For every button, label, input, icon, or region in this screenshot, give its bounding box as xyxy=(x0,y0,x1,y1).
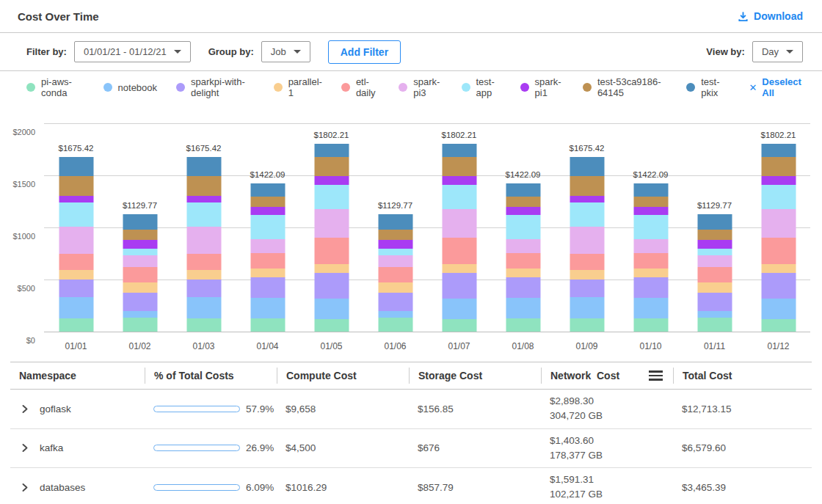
bar-segment-spark-pi3[interactable] xyxy=(506,239,540,253)
bar-segment-parallel-1[interactable] xyxy=(186,270,221,280)
bar-segment-test-53ca9186-64145[interactable] xyxy=(314,157,349,176)
bar-segment-test-pkix[interactable] xyxy=(697,214,732,230)
bar-segment-notebook[interactable] xyxy=(697,311,732,318)
namespace-cell[interactable]: goflask xyxy=(10,398,145,420)
bar-segment-parallel-1[interactable] xyxy=(123,282,157,293)
bar-segment-etl-daily[interactable] xyxy=(633,253,668,269)
bar-segment-sparkpi-with-delight[interactable] xyxy=(250,277,285,298)
bar-segment-test-pkix[interactable] xyxy=(250,183,285,197)
bar-segment-test-pkix[interactable] xyxy=(314,144,349,157)
bar-segment-spark-pi3[interactable] xyxy=(314,209,349,237)
bar-segment-etl-daily[interactable] xyxy=(378,267,412,282)
bar-segment-parallel-1[interactable] xyxy=(378,282,412,293)
stacked-bar-01-08[interactable] xyxy=(506,183,540,332)
legend-item[interactable]: etl-daily xyxy=(341,76,379,98)
bar-segment-parallel-1[interactable] xyxy=(250,269,285,277)
col-header-namespace[interactable]: Namespace xyxy=(10,368,145,384)
expand-row-icon[interactable] xyxy=(19,442,31,454)
bar-segment-test-53ca9186-64145[interactable] xyxy=(697,230,732,240)
table-row-kafka[interactable]: kafka26.9%$4,500$676$1,403.60178,377 GB$… xyxy=(10,429,812,469)
col-header-pct[interactable]: % of Total Costs xyxy=(145,368,277,384)
bar-segment-parallel-1[interactable] xyxy=(506,269,540,277)
bar-segment-etl-daily[interactable] xyxy=(123,267,157,282)
namespace-cell[interactable]: databases xyxy=(10,477,145,498)
bar-segment-test-pkix[interactable] xyxy=(506,183,540,197)
group-by-dropdown[interactable]: Job xyxy=(261,41,310,62)
table-row-databases[interactable]: databases6.09%$1016.29$857.79$1,591.3110… xyxy=(10,468,812,504)
bar-segment-spark-pi1[interactable] xyxy=(697,240,732,249)
bar-segment-test-app[interactable] xyxy=(442,185,476,209)
bar-segment-sparkpi-with-delight[interactable] xyxy=(761,273,796,299)
bar-segment-sparkpi-with-delight[interactable] xyxy=(633,277,668,298)
bar-segment-test-pkix[interactable] xyxy=(186,157,221,176)
bar-segment-pi-aws-conda[interactable] xyxy=(761,319,796,332)
bar-segment-pi-aws-conda[interactable] xyxy=(506,318,540,332)
bar-segment-test-pkix[interactable] xyxy=(378,214,412,230)
bar-segment-spark-pi3[interactable] xyxy=(59,227,93,255)
namespace-cell[interactable]: kafka xyxy=(10,437,145,459)
bar-segment-spark-pi1[interactable] xyxy=(186,196,221,202)
bar-segment-test-53ca9186-64145[interactable] xyxy=(761,157,796,176)
bar-segment-spark-pi3[interactable] xyxy=(378,255,412,267)
col-header-storage[interactable]: Storage Cost xyxy=(409,368,541,384)
bar-segment-parallel-1[interactable] xyxy=(314,264,349,274)
bar-segment-spark-pi1[interactable] xyxy=(506,207,540,215)
col-header-compute[interactable]: Compute Cost xyxy=(277,368,409,384)
bar-segment-spark-pi1[interactable] xyxy=(123,240,157,249)
bar-segment-test-pkix[interactable] xyxy=(633,183,668,197)
bar-segment-pi-aws-conda[interactable] xyxy=(123,318,157,332)
bar-segment-etl-daily[interactable] xyxy=(761,238,796,264)
bar-segment-pi-aws-conda[interactable] xyxy=(570,318,604,332)
stacked-bar-01-11[interactable] xyxy=(697,214,732,332)
bar-segment-test-pkix[interactable] xyxy=(59,157,93,176)
bar-segment-test-app[interactable] xyxy=(378,249,412,255)
bar-segment-test-pkix[interactable] xyxy=(761,144,796,157)
stacked-bar-01-06[interactable] xyxy=(378,214,412,332)
bar-segment-test-app[interactable] xyxy=(633,215,668,239)
bar-segment-test-app[interactable] xyxy=(250,215,285,239)
bar-segment-sparkpi-with-delight[interactable] xyxy=(314,273,349,299)
bar-segment-spark-pi1[interactable] xyxy=(250,207,285,215)
bar-segment-test-app[interactable] xyxy=(314,185,349,209)
stacked-bar-01-10[interactable] xyxy=(633,183,668,332)
bar-segment-notebook[interactable] xyxy=(761,299,796,319)
bar-segment-parallel-1[interactable] xyxy=(59,270,93,280)
bar-segment-spark-pi1[interactable] xyxy=(378,240,412,249)
bar-segment-etl-daily[interactable] xyxy=(442,238,476,264)
bar-segment-spark-pi3[interactable] xyxy=(697,255,732,267)
legend-item[interactable]: test-pkix xyxy=(686,76,727,98)
bar-segment-parallel-1[interactable] xyxy=(570,270,604,280)
table-row-goflask[interactable]: goflask57.9%$9,658$156.85$2,898.30304,72… xyxy=(10,390,812,429)
bar-segment-test-pkix[interactable] xyxy=(570,157,604,176)
legend-item[interactable]: pi-aws-conda xyxy=(26,76,84,98)
bar-segment-spark-pi3[interactable] xyxy=(761,209,796,237)
bar-segment-pi-aws-conda[interactable] xyxy=(378,318,412,332)
bar-segment-test-app[interactable] xyxy=(570,202,604,227)
bar-segment-etl-daily[interactable] xyxy=(314,238,349,264)
bar-segment-spark-pi1[interactable] xyxy=(633,207,668,215)
bar-segment-etl-daily[interactable] xyxy=(697,267,732,282)
bar-segment-test-app[interactable] xyxy=(186,202,221,227)
stacked-bar-01-04[interactable] xyxy=(250,183,285,332)
bar-segment-test-53ca9186-64145[interactable] xyxy=(378,230,412,240)
bar-segment-sparkpi-with-delight[interactable] xyxy=(442,273,476,299)
bar-segment-test-53ca9186-64145[interactable] xyxy=(570,176,604,196)
bar-segment-test-53ca9186-64145[interactable] xyxy=(250,197,285,207)
legend-item[interactable]: parallel-1 xyxy=(274,76,322,98)
bar-segment-pi-aws-conda[interactable] xyxy=(697,318,732,332)
bar-segment-spark-pi3[interactable] xyxy=(442,209,476,237)
bar-segment-etl-daily[interactable] xyxy=(250,253,285,269)
date-range-dropdown[interactable]: 01/01/21 - 01/12/21 xyxy=(74,41,191,62)
bar-segment-parallel-1[interactable] xyxy=(633,269,668,277)
bar-segment-test-53ca9186-64145[interactable] xyxy=(186,176,221,196)
bar-segment-spark-pi3[interactable] xyxy=(186,227,221,255)
bar-segment-notebook[interactable] xyxy=(633,298,668,318)
bar-segment-parallel-1[interactable] xyxy=(761,264,796,274)
bar-segment-test-app[interactable] xyxy=(59,202,93,227)
bar-segment-test-app[interactable] xyxy=(123,249,157,255)
bar-segment-spark-pi1[interactable] xyxy=(314,176,349,185)
stacked-bar-01-07[interactable] xyxy=(442,144,476,332)
bar-segment-pi-aws-conda[interactable] xyxy=(633,318,668,332)
bar-segment-pi-aws-conda[interactable] xyxy=(442,319,476,332)
bar-segment-test-app[interactable] xyxy=(761,185,796,209)
